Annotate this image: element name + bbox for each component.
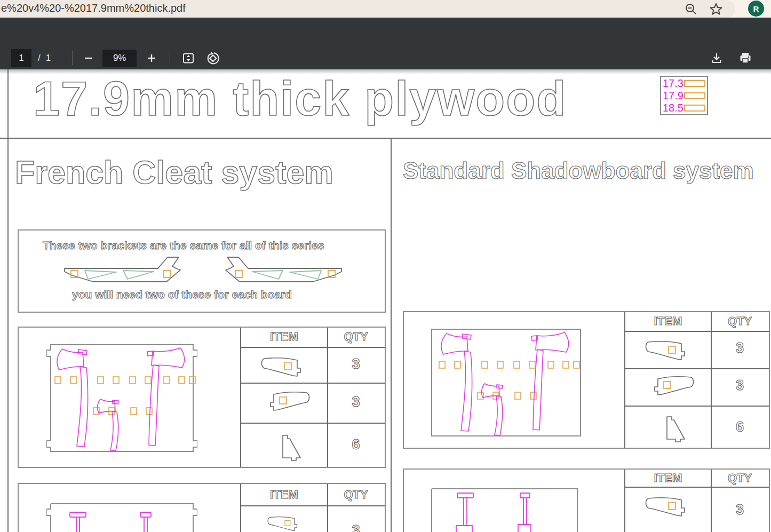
rotate-button[interactable] [203,49,222,68]
bracket-note-bottom: you will need two of these for each boar… [72,288,292,301]
url-text[interactable]: e%20v4%20-%2017.9mm%20thick.pdf [1,2,186,14]
qty-value: 3 [327,356,385,372]
qty-value: 3 [711,340,769,356]
browser-bar: e%20v4%20-%2017.9mm%20thick.pdf R [0,0,771,18]
bracket-item-icon [260,513,313,532]
minus-icon [82,52,95,65]
shadowboard-heading: Standard Shadowboard system [403,157,754,184]
column-divider-line [391,138,392,532]
legend-label: 17.9 [663,90,684,102]
legend-swatch [684,105,705,112]
qty-value: 3 [711,502,769,518]
legend-row: 17.9 [663,90,707,102]
document-title: 17.9mm thick plywood [33,72,567,126]
page-left-border-line [7,69,9,532]
legend-label: 17.3 [663,77,684,90]
item-column-header: ITEM [625,471,711,485]
shadow-board-2-box: ITEM QTY 3 [403,469,770,532]
pdf-page: 17.9mm thick plywood 17.3 17.9 18.5 Fren… [0,69,771,532]
zoom-level[interactable]: 9% [102,50,137,67]
zoom-out-button[interactable] [79,49,98,68]
corner-bracket-item-icon [661,414,686,442]
qty-column-header: QTY [327,488,385,502]
french-board-1-box: ITEM QTY 3 3 6 [18,327,386,468]
legend-row: 18.5 [663,102,707,114]
pdf-toolbar: / 1 9% [0,18,771,69]
page-count-label: 1 [46,53,51,63]
bookmark-star-icon[interactable] [709,2,723,16]
bracket-info-box: These two brackets are the same for all … [18,229,386,313]
legend-swatch [684,92,705,99]
qty-value: 3 [327,394,385,410]
qty-column-header: QTY [327,330,385,344]
bracket-diagram-right [220,255,346,284]
legend-swatch [684,80,705,87]
plus-icon [145,52,158,65]
legend-label: 18.5 [663,102,684,114]
qty-value: 3 [711,377,769,394]
bracket-note-top: These two brackets are the same for all … [43,239,324,252]
qty-value: 6 [711,419,769,435]
qty-value: 3 [327,522,385,532]
toolbar-separator [170,51,170,65]
zoom-out-page-icon[interactable] [684,2,698,16]
french-board-2-box: ITEM QTY 3 [18,483,386,532]
shadow-board-1-box: ITEM QTY 3 3 6 [403,311,770,449]
qty-value: 6 [327,436,385,453]
title-section-divider-line [0,138,771,139]
zoom-in-button[interactable] [142,49,161,68]
bracket-item-icon [644,493,697,519]
item-column-header: ITEM [625,314,711,328]
french-board-2-drawing [46,503,197,532]
legend-row: 17.3 [663,77,707,90]
download-icon [710,51,724,65]
qty-column-header: QTY [711,471,769,485]
profile-avatar[interactable]: R [748,1,764,17]
print-button[interactable] [736,49,755,68]
fit-page-icon [181,51,195,65]
bracket-item-icon [644,337,697,362]
shadow-board-2-drawing [431,488,578,532]
qty-column-header: QTY [711,314,769,328]
print-icon [738,51,752,65]
thickness-legend: 17.3 17.9 18.5 [660,76,708,115]
toolbar-separator [72,51,73,65]
item-column-header: ITEM [241,488,327,502]
bracket-item-icon [260,353,313,379]
item-column-header: ITEM [241,330,327,344]
french-board-1-drawing [46,344,197,452]
page-number-input[interactable] [11,49,31,67]
page-divider: / [38,53,41,63]
bracket-mirrored-item-icon [258,387,311,413]
fit-page-button[interactable] [179,49,198,68]
bracket-diagram-left [60,255,186,284]
corner-bracket-item-icon [276,432,302,461]
rotate-ccw-icon [205,51,220,66]
french-cleat-heading: French Cleat system [15,154,333,191]
download-button[interactable] [707,49,726,68]
bracket-mirrored-item-icon [642,372,695,398]
avatar-letter: R [753,4,759,13]
shadow-board-1-drawing [431,328,582,437]
